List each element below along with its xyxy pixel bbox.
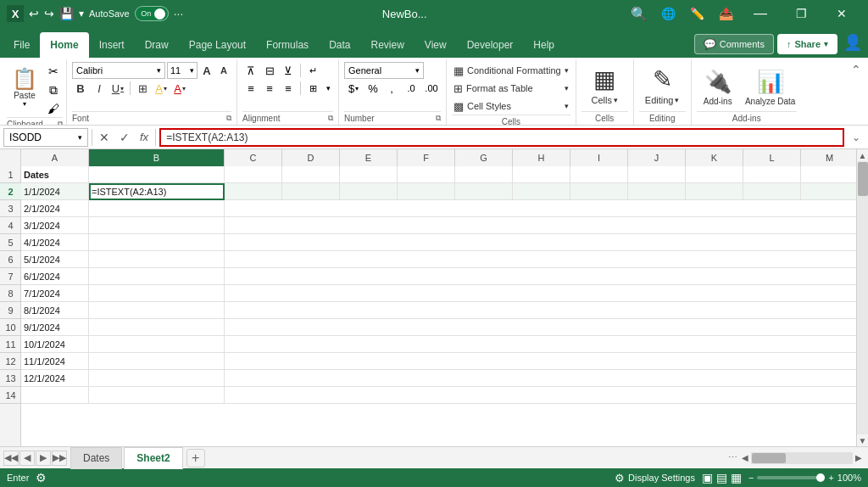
align-left-button[interactable]: ≡ bbox=[242, 80, 259, 97]
scroll-track-v[interactable] bbox=[857, 161, 869, 434]
align-middle-button[interactable]: ⊟ bbox=[261, 62, 278, 79]
cell-i2[interactable] bbox=[570, 183, 628, 200]
cell-k2[interactable] bbox=[686, 183, 743, 200]
normal-view-button[interactable]: ▣ bbox=[702, 471, 713, 484]
more-tools-icon[interactable]: ▾ bbox=[79, 8, 84, 20]
cut-button[interactable]: ✂ bbox=[44, 63, 63, 80]
cell-b3[interactable] bbox=[89, 200, 225, 217]
row-num-14[interactable]: 14 bbox=[0, 387, 21, 404]
cell-g1[interactable] bbox=[455, 166, 513, 183]
cell-f2[interactable] bbox=[398, 183, 455, 200]
cell-b10[interactable] bbox=[89, 319, 225, 336]
confirm-formula-button[interactable]: ✓ bbox=[116, 129, 133, 146]
col-header-m[interactable]: M bbox=[801, 149, 856, 166]
col-header-k[interactable]: K bbox=[686, 149, 743, 166]
display-settings-button[interactable]: ⚙ Display Settings bbox=[615, 472, 695, 484]
cell-f1[interactable] bbox=[398, 166, 455, 183]
cancel-formula-button[interactable]: ✕ bbox=[96, 129, 113, 146]
restore-btn[interactable]: ❐ bbox=[782, 0, 821, 27]
cell-b9[interactable] bbox=[89, 302, 225, 319]
tab-developer[interactable]: Developer bbox=[457, 32, 524, 58]
sheet-next-button[interactable]: ▶ bbox=[36, 451, 51, 466]
align-bottom-button[interactable]: ⊻ bbox=[280, 62, 297, 79]
cell-a7[interactable]: 6/1/2024 bbox=[21, 268, 89, 285]
font-expand-icon[interactable]: ⧉ bbox=[226, 114, 231, 123]
tab-view[interactable]: View bbox=[415, 32, 457, 58]
cell-b13[interactable] bbox=[89, 370, 225, 387]
formula-expand-button[interactable]: ⌄ bbox=[848, 129, 865, 146]
ribbon-collapse-button[interactable]: ⌃ bbox=[848, 59, 865, 125]
font-name-dropdown[interactable]: Calibri ▾ bbox=[72, 62, 165, 79]
sheet-last-button[interactable]: ▶▶ bbox=[52, 451, 67, 466]
cell-m2[interactable] bbox=[801, 183, 856, 200]
cell-a13[interactable]: 12/1/2024 bbox=[21, 370, 89, 387]
col-header-h[interactable]: H bbox=[513, 149, 570, 166]
cell-a1[interactable]: Dates bbox=[21, 166, 89, 183]
row-num-6[interactable]: 6 bbox=[0, 251, 21, 268]
scroll-down-button[interactable]: ▼ bbox=[857, 434, 869, 446]
tab-scroll-menu-button[interactable]: ⋯ bbox=[726, 451, 739, 465]
cell-l1[interactable] bbox=[743, 166, 801, 183]
col-header-g[interactable]: G bbox=[455, 149, 513, 166]
tab-data[interactable]: Data bbox=[319, 32, 360, 58]
undo-icon[interactable]: ↩ bbox=[29, 7, 39, 20]
sheet-tab-sheet2[interactable]: Sheet2 bbox=[124, 447, 182, 469]
tab-home[interactable]: Home bbox=[40, 32, 88, 58]
cell-e2[interactable] bbox=[340, 183, 398, 200]
dollar-button[interactable]: $▾ bbox=[344, 80, 363, 97]
border-button[interactable]: ⊞ bbox=[134, 80, 151, 97]
font-size-dropdown[interactable]: 11 ▾ bbox=[167, 62, 198, 79]
cell-a3[interactable]: 2/1/2024 bbox=[21, 200, 89, 217]
h-scroll-thumb[interactable] bbox=[752, 453, 786, 463]
layout-view-button[interactable]: ▤ bbox=[716, 471, 727, 484]
bold-button[interactable]: B bbox=[72, 80, 89, 97]
cell-a8[interactable]: 7/1/2024 bbox=[21, 285, 89, 302]
row-num-3[interactable]: 3 bbox=[0, 200, 21, 217]
insert-function-button[interactable]: fx bbox=[136, 131, 152, 143]
tab-help[interactable]: Help bbox=[523, 32, 565, 58]
row-num-2[interactable]: 2 bbox=[0, 183, 21, 200]
font-color-button[interactable]: A▾ bbox=[171, 80, 188, 97]
cell-styles-button[interactable]: ▩ Cell Styles ▾ bbox=[452, 98, 570, 115]
scroll-up-button[interactable]: ▲ bbox=[857, 149, 869, 161]
cell-a12[interactable]: 11/1/2024 bbox=[21, 353, 89, 370]
cell-a10[interactable]: 9/1/2024 bbox=[21, 319, 89, 336]
col-header-a[interactable]: A bbox=[21, 149, 89, 166]
cell-b12[interactable] bbox=[89, 353, 225, 370]
increase-font-button[interactable]: A bbox=[199, 62, 214, 79]
cell-i1[interactable] bbox=[570, 166, 628, 183]
cell-a4[interactable]: 3/1/2024 bbox=[21, 217, 89, 234]
comma-button[interactable]: , bbox=[383, 80, 400, 97]
ribbon-icon[interactable]: 🌐 bbox=[654, 0, 682, 27]
cell-g2[interactable] bbox=[455, 183, 513, 200]
comments-button[interactable]: 💬 Comments bbox=[694, 34, 774, 54]
cell-a6[interactable]: 5/1/2024 bbox=[21, 251, 89, 268]
decrease-font-button[interactable]: A bbox=[216, 62, 231, 79]
zoom-in-button[interactable]: + bbox=[828, 473, 833, 483]
search-icon[interactable]: 🔍 bbox=[626, 0, 653, 27]
row-num-9[interactable]: 9 bbox=[0, 302, 21, 319]
clipboard-expand-icon[interactable]: ⧉ bbox=[58, 120, 63, 126]
cell-a2[interactable]: 1/1/2024 bbox=[21, 183, 89, 200]
cell-h2[interactable] bbox=[513, 183, 570, 200]
number-format-dropdown[interactable]: General ▾ bbox=[344, 62, 424, 79]
status-settings-icon[interactable]: ⚙ bbox=[36, 471, 47, 484]
cell-b6[interactable] bbox=[89, 251, 225, 268]
col-header-f[interactable]: F bbox=[398, 149, 455, 166]
alignment-expand-icon[interactable]: ⧉ bbox=[328, 114, 333, 123]
cell-b14[interactable] bbox=[89, 387, 225, 404]
cell-a5[interactable]: 4/1/2024 bbox=[21, 234, 89, 251]
align-center-button[interactable]: ≡ bbox=[261, 80, 278, 97]
merge-dropdown-icon[interactable]: ▾ bbox=[323, 80, 333, 97]
cell-a9[interactable]: 8/1/2024 bbox=[21, 302, 89, 319]
copy-button[interactable]: ⧉ bbox=[44, 81, 63, 98]
cell-c1[interactable] bbox=[225, 166, 282, 183]
zoom-slider[interactable]: − + 100% bbox=[748, 473, 861, 483]
h-scroll-left-button[interactable]: ◀ bbox=[739, 452, 751, 464]
name-box[interactable]: ISODD ▾ bbox=[3, 128, 88, 147]
underline-button[interactable]: U▾ bbox=[109, 80, 126, 97]
col-header-c[interactable]: C bbox=[225, 149, 282, 166]
col-header-e[interactable]: E bbox=[340, 149, 398, 166]
tab-insert[interactable]: Insert bbox=[89, 32, 135, 58]
cell-j1[interactable] bbox=[628, 166, 686, 183]
